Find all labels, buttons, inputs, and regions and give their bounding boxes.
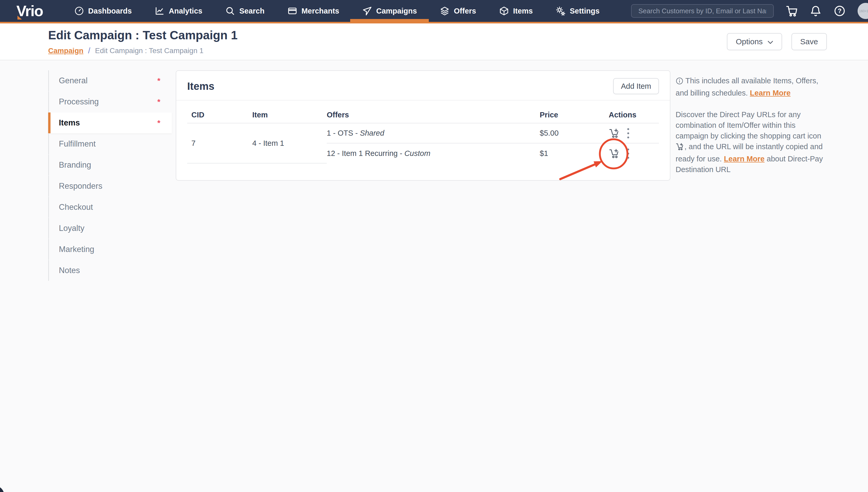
sidebar-item-label: General [59, 76, 88, 85]
column-header-item: Item [252, 110, 327, 119]
nav-item-search[interactable]: Search [225, 0, 265, 22]
column-header-price: Price [527, 110, 582, 119]
sidebar-item-processing[interactable]: Processing * [48, 91, 172, 112]
learn-more-direct-pay-link[interactable]: Learn More [724, 155, 764, 163]
items-card: Items Add Item CID Item Offers Price Act… [176, 70, 670, 181]
nav-item-analytics[interactable]: Analytics [155, 0, 202, 22]
nav-item-label: Dashboards [88, 7, 132, 15]
search-icon [225, 6, 235, 16]
offer-row: 1 - OTS - Shared $5.00 [327, 123, 659, 143]
sidebar-item-branding[interactable]: Branding [48, 155, 172, 175]
save-button-label: Save [800, 37, 818, 46]
kebab-menu-icon[interactable] [627, 148, 629, 159]
items-card-header: Items Add Item [187, 71, 659, 100]
layers-icon [440, 6, 450, 16]
nav-item-campaigns[interactable]: Campaigns [362, 0, 417, 22]
top-nav: Vrio Dashboards Analytics Search Merc [0, 0, 868, 23]
offer-label-type: Custom [404, 149, 430, 157]
sidebar-item-notes[interactable]: Notes [48, 260, 172, 281]
offer-price: $5.00 [527, 129, 582, 138]
nav-item-label: Offers [454, 7, 476, 15]
options-button-label: Options [736, 37, 763, 46]
column-header-cid: CID [187, 110, 252, 119]
add-item-button-label: Add Item [621, 82, 651, 91]
customer-search-input[interactable] [631, 4, 774, 18]
box-icon [499, 6, 509, 16]
nav-item-merchants[interactable]: Merchants [288, 0, 339, 22]
breadcrumb-campaign-link[interactable]: Campaign [48, 47, 83, 55]
info-text: This includes all available Items, Offer… [676, 76, 818, 97]
nav-item-label: Settings [570, 7, 599, 15]
logo-accent-triangle [18, 16, 22, 20]
nav-item-dashboards[interactable]: Dashboards [74, 0, 132, 22]
sidebar-item-loyalty[interactable]: Loyalty [48, 218, 172, 239]
content-area: General * Processing * Items * Fulfillme… [0, 61, 868, 492]
items-table-header: CID Item Offers Price Actions [187, 107, 659, 123]
gauge-icon [74, 6, 84, 16]
campaign-section-sidebar: General * Processing * Items * Fulfillme… [48, 70, 172, 281]
help-icon[interactable]: ? [834, 5, 846, 17]
notifications-bell-icon[interactable] [810, 5, 822, 17]
sidebar-item-general[interactable]: General * [48, 70, 172, 91]
offers-cell: 1 - OTS - Shared $5.00 12 - Item [327, 123, 659, 164]
info-paragraph-direct-pay: Discover the Direct Pay URLs for any com… [676, 109, 828, 175]
nav-item-label: Campaigns [376, 7, 417, 15]
table-row: 7 4 - Item 1 1 - OTS - Shared $5.00 [187, 123, 659, 164]
add-item-button[interactable]: Add Item [613, 78, 659, 94]
kebab-menu-icon[interactable] [627, 127, 629, 139]
required-asterisk: * [157, 76, 160, 85]
sidebar-item-label: Items [59, 118, 80, 127]
sidebar-item-label: Marketing [59, 245, 94, 254]
sidebar-item-items[interactable]: Items * [48, 113, 172, 133]
offer-price: $1 [527, 149, 582, 158]
items-card-title: Items [187, 80, 215, 92]
column-header-actions: Actions [582, 110, 659, 119]
column-header-offers: Offers [327, 110, 527, 119]
breadcrumb: Campaign / Edit Campaign : Test Campaign… [48, 46, 238, 55]
nav-item-offers[interactable]: Offers [440, 0, 476, 22]
line-chart-icon [155, 6, 165, 16]
learn-more-link[interactable]: Learn More [750, 89, 790, 97]
header-actions: Options Save [727, 33, 827, 50]
primary-nav: Dashboards Analytics Search Merchants Ca… [74, 0, 600, 22]
options-button[interactable]: Options [727, 33, 782, 50]
breadcrumb-separator: / [88, 46, 90, 55]
sidebar-item-marketing[interactable]: Marketing [48, 239, 172, 260]
offer-label: 12 - Item 1 Recurring - Custom [327, 149, 527, 158]
sidebar-item-label: Fulfillment [59, 139, 96, 149]
cart-plus-icon [676, 143, 685, 154]
save-button[interactable]: Save [791, 33, 827, 50]
required-asterisk: * [157, 119, 160, 127]
vrio-logo[interactable]: Vrio [17, 3, 43, 19]
nav-item-label: Search [239, 7, 265, 15]
page-header: Edit Campaign : Test Campaign 1 Campaign… [0, 23, 868, 60]
cart-plus-icon[interactable] [609, 148, 620, 159]
nav-item-items[interactable]: Items [499, 0, 533, 22]
info-text: Discover the Direct Pay URLs for any com… [676, 110, 821, 140]
offer-label-type: Shared [360, 129, 384, 137]
send-arrow-icon [362, 6, 372, 16]
nav-right-tools: ? 160×160 [631, 3, 868, 19]
nav-item-label: Analytics [169, 7, 202, 15]
credit-card-icon [288, 6, 297, 16]
sidebar-item-responders[interactable]: Responders [48, 176, 172, 197]
sidebar-item-fulfillment[interactable]: Fulfillment [48, 133, 172, 154]
customer-search [631, 4, 774, 18]
offer-label-text: 1 - OTS - [327, 129, 360, 137]
gears-icon [555, 6, 566, 16]
sidebar-item-label: Processing [59, 97, 99, 106]
cart-icon[interactable] [786, 5, 798, 17]
nav-item-label: Items [513, 7, 533, 15]
sidebar-item-label: Notes [59, 266, 80, 275]
page-title: Edit Campaign : Test Campaign 1 [48, 28, 238, 42]
sidebar-item-label: Branding [59, 161, 91, 170]
offer-label: 1 - OTS - Shared [327, 129, 527, 138]
nav-item-settings[interactable]: Settings [555, 0, 599, 22]
avatar-placeholder-text: 160×160 [859, 9, 868, 13]
sidebar-item-checkout[interactable]: Checkout [48, 197, 172, 218]
svg-text:?: ? [838, 7, 842, 14]
cart-plus-icon[interactable] [609, 128, 620, 139]
user-avatar[interactable]: 160×160 [858, 3, 868, 19]
item-cell: 4 - Item 1 [252, 123, 327, 164]
offer-actions [582, 148, 659, 159]
